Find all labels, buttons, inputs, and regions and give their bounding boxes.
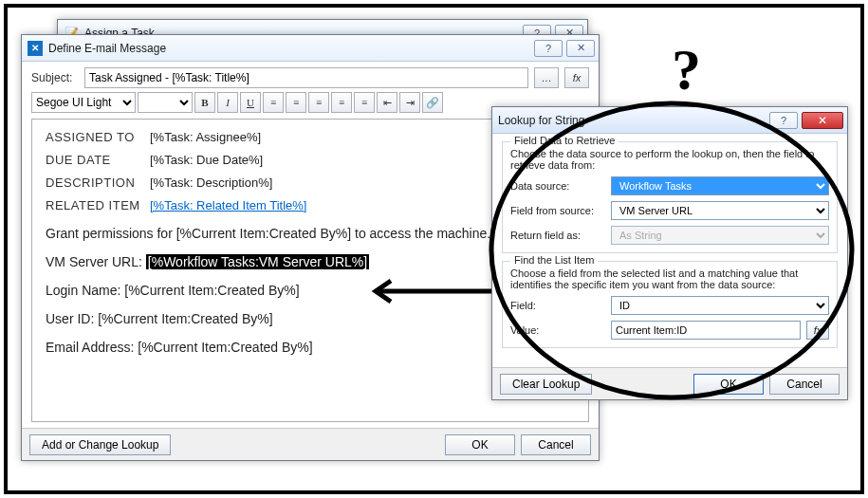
cancel-button[interactable]: Cancel	[521, 434, 591, 455]
related-item-label: RELATED ITEM	[46, 198, 150, 212]
description-value: [%Task: Description%]	[150, 175, 272, 190]
close-button[interactable]: ✕	[802, 112, 843, 129]
email-title: Define E-mail Message	[48, 42, 534, 55]
add-change-lookup-button[interactable]: Add or Change Lookup	[29, 434, 171, 455]
indent-button[interactable]: ⇥	[399, 92, 420, 113]
align-right-button[interactable]: ≡	[308, 92, 329, 113]
userid-label: User ID:	[46, 311, 98, 326]
email-addr-value: [%Current Item:Created By%]	[138, 340, 312, 355]
data-source-combo[interactable]: Workflow Tasks	[611, 176, 829, 195]
related-item-link[interactable]: [%Task: Related Item Title%]	[150, 198, 306, 212]
group-hint: Choose the data source to perform the lo…	[510, 148, 829, 171]
bullet-list-button[interactable]: ≡	[354, 92, 375, 113]
find-list-item-group: Find the List Item Choose a field from t…	[502, 261, 838, 348]
font-family-combo[interactable]: Segoe UI Light	[31, 92, 136, 113]
assigned-to-value: [%Task: Assignee%]	[150, 130, 261, 144]
field-label: Field:	[510, 300, 605, 311]
font-size-combo[interactable]	[138, 92, 193, 113]
help-button[interactable]: ?	[769, 112, 798, 129]
field-from-source-label: Field from source:	[510, 205, 605, 216]
cancel-button[interactable]: Cancel	[769, 374, 840, 395]
fx-button[interactable]: fx	[806, 321, 829, 340]
group-legend: Find the List Item	[510, 254, 598, 266]
bold-button[interactable]: B	[194, 92, 215, 113]
app-icon: ✕	[28, 41, 43, 56]
field-from-source-combo[interactable]: VM Server URL	[611, 201, 829, 220]
clear-lookup-button[interactable]: Clear Lookup	[500, 374, 592, 395]
vm-url-label: VM Server URL:	[46, 254, 146, 269]
fx-button[interactable]: fx	[564, 67, 589, 88]
due-date-value: [%Task: Due Date%]	[150, 153, 263, 167]
userid-value: [%Current Item:Created By%]	[98, 311, 272, 326]
group-legend: Field Data to Retrieve	[510, 135, 619, 146]
data-source-label: Data source:	[510, 180, 605, 192]
more-button[interactable]: …	[534, 67, 559, 88]
value-label: Value:	[510, 324, 605, 336]
email-addr-label: Email Address:	[46, 340, 138, 355]
return-field-label: Return field as:	[510, 230, 605, 241]
italic-button[interactable]: I	[217, 92, 238, 113]
align-left-button[interactable]: ≡	[263, 92, 284, 113]
due-date-label: DUE DATE	[46, 153, 150, 167]
subject-label: Subject:	[31, 71, 79, 84]
description-label: DESCRIPTION	[46, 175, 150, 190]
ok-button[interactable]: OK	[693, 374, 764, 395]
group-hint: Choose a field from the selected list an…	[510, 267, 829, 290]
assigned-to-label: ASSIGNED TO	[46, 130, 150, 144]
close-button[interactable]: ✕	[566, 40, 595, 57]
login-value: [%Current Item:Created By%]	[124, 283, 299, 298]
vm-url-value: [%Workflow Tasks:VM Server URL%]	[146, 254, 369, 269]
link-button[interactable]: 🔗	[422, 92, 443, 113]
lookup-string-dialog: Lookup for String ? ✕ Field Data to Retr…	[491, 106, 848, 400]
field-combo[interactable]: ID	[611, 296, 829, 315]
question-mark-annotation: ?	[672, 36, 701, 103]
return-field-combo: As String	[611, 226, 829, 245]
help-button[interactable]: ?	[534, 40, 563, 57]
numbered-list-button[interactable]: ≡	[331, 92, 352, 113]
field-data-group: Field Data to Retrieve Choose the data s…	[502, 141, 838, 253]
lookup-title: Lookup for String	[498, 114, 769, 127]
underline-button[interactable]: U	[240, 92, 261, 113]
align-center-button[interactable]: ≡	[286, 92, 306, 113]
login-label: Login Name:	[46, 283, 124, 298]
outdent-button[interactable]: ⇤	[377, 92, 397, 113]
ok-button[interactable]: OK	[445, 434, 515, 455]
subject-input[interactable]	[84, 67, 528, 88]
value-input[interactable]	[611, 321, 801, 340]
grant-text: Grant permissions for [%Current Item:Cre…	[46, 226, 490, 241]
